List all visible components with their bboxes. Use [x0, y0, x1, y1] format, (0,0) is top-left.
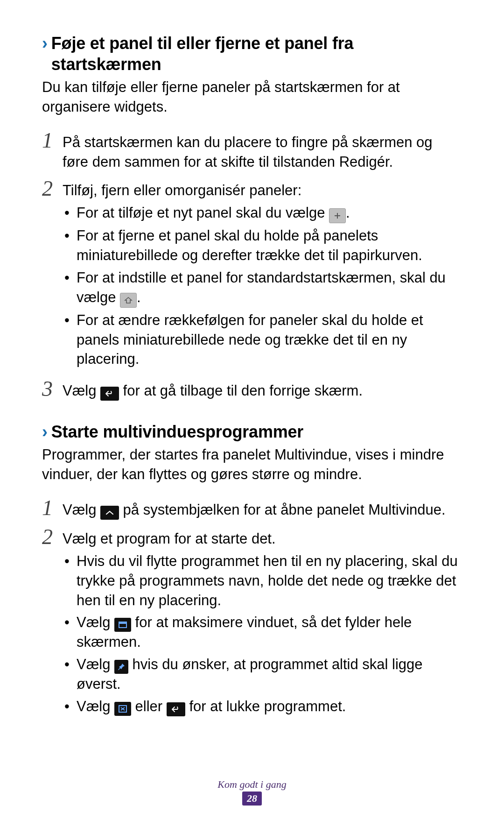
list-item: For at fjerne et panel skal du holde på …: [63, 226, 462, 265]
list-item: For at tilføje et nyt panel skal du vælg…: [63, 203, 462, 223]
step-number: 1: [42, 497, 63, 519]
step-number: 1: [42, 130, 63, 151]
step-number: 2: [42, 526, 63, 548]
chevron-right-icon: ›: [42, 421, 48, 442]
page-footer: Kom godt i gang 28: [0, 778, 504, 806]
steps-list: 1 Vælg på systembjælken for at åbne pane…: [42, 497, 462, 719]
section-intro: Du kan tilføje eller fjerne paneler på s…: [42, 78, 462, 117]
section-heading-panels: › Føje et panel til eller fjerne et pane…: [42, 33, 462, 75]
text: .: [137, 289, 141, 305]
step-lead: Vælg et program for at starte det.: [63, 530, 276, 547]
text: Vælg: [63, 502, 100, 518]
text: Vælg: [77, 614, 114, 630]
back-icon: [100, 387, 119, 401]
step-body: Vælg et program for at starte det. Hvis …: [63, 526, 462, 719]
list-item: Vælg for at maksimere vinduet, så det fy…: [63, 613, 462, 652]
list-item: Vælg hvis du ønsker, at programmet altid…: [63, 655, 462, 694]
section-multiwindow: › Starte multivinduesprogrammer Programm…: [42, 421, 462, 719]
list-item: For at indstille et panel for standardst…: [63, 268, 462, 308]
text: hvis du ønsker, at programmet altid skal…: [77, 656, 423, 692]
maximize-icon: [114, 618, 131, 632]
heading-text: Starte multivinduesprogrammer: [51, 421, 462, 442]
step-number: 2: [42, 178, 63, 199]
bullet-list: For at tilføje et nyt panel skal du vælg…: [63, 203, 462, 369]
list-item: Vælg eller for at lukke programmet.: [63, 697, 462, 716]
text: for at gå tilbage til den forrige skærm.: [119, 382, 363, 399]
step-body: Vælg på systembjælken for at åbne panele…: [63, 497, 462, 520]
list-item: Hvis du vil flytte programmet hen til en…: [63, 551, 462, 610]
step-body: På startskærmen kan du placere to fingre…: [63, 130, 462, 172]
step-1: 1 På startskærmen kan du placere to fing…: [42, 130, 462, 172]
plus-icon: [329, 208, 346, 223]
page-number-badge: 28: [242, 792, 262, 806]
text: Vælg: [77, 656, 114, 672]
footer-title: Kom godt i gang: [0, 778, 504, 791]
document-page: › Føje et panel til eller fjerne et pane…: [0, 0, 504, 827]
step-1: 1 Vælg på systembjælken for at åbne pane…: [42, 497, 462, 520]
bullet-list: Hvis du vil flytte programmet hen til en…: [63, 551, 462, 716]
text: Vælg: [63, 382, 100, 399]
step-body: Vælg for at gå tilbage til den forrige s…: [63, 378, 462, 401]
text: på systembjælken for at åbne panelet Mul…: [119, 502, 446, 518]
text: for at lukke programmet.: [185, 698, 346, 714]
pin-icon: [114, 660, 128, 674]
step-body: Tilføj, fjern eller omorganisér paneler:…: [63, 178, 462, 372]
step-2: 2 Vælg et program for at starte det. Hvi…: [42, 526, 462, 719]
back-icon: [167, 702, 185, 716]
steps-list: 1 På startskærmen kan du placere to fing…: [42, 130, 462, 401]
section-intro: Programmer, der startes fra panelet Mult…: [42, 445, 462, 484]
section-heading-multiwindow: › Starte multivinduesprogrammer: [42, 421, 462, 442]
step-number: 3: [42, 378, 63, 400]
text: For at tilføje et nyt panel skal du vælg…: [77, 205, 329, 221]
text: .: [346, 205, 350, 221]
list-item: For at ændre rækkefølgen for paneler ska…: [63, 311, 462, 369]
step-lead: Tilføj, fjern eller omorganisér paneler:: [63, 182, 301, 198]
chevron-up-icon: [100, 506, 119, 520]
home-icon: [120, 293, 137, 308]
text: eller: [131, 698, 167, 714]
chevron-right-icon: ›: [42, 33, 48, 54]
text: Vælg: [77, 698, 114, 714]
close-window-icon: [114, 702, 131, 716]
step-2: 2 Tilføj, fjern eller omorganisér panele…: [42, 178, 462, 372]
svg-rect-1: [119, 622, 126, 624]
step-3: 3 Vælg for at gå tilbage til den forrige…: [42, 378, 462, 401]
heading-text: Føje et panel til eller fjerne et panel …: [51, 33, 462, 75]
